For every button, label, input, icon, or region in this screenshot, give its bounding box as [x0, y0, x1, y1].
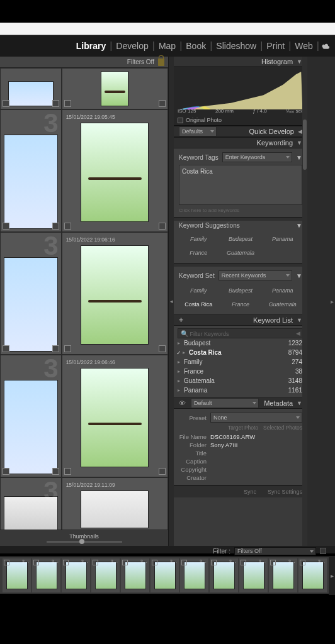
module-slideshow[interactable]: Slideshow: [214, 41, 258, 51]
pick-flag-icon[interactable]: [3, 100, 9, 107]
metadata-value-filename[interactable]: DSC08169.ARW: [210, 433, 302, 440]
selected-photos-button[interactable]: Selected Photos: [263, 425, 302, 431]
keyword-set-item[interactable]: France: [221, 298, 261, 311]
filmstrip-cell[interactable]: [32, 558, 60, 592]
cell-badge-icon[interactable]: [159, 468, 166, 475]
pick-flag-icon[interactable]: [64, 345, 71, 352]
module-print[interactable]: Print: [264, 41, 287, 51]
grid-cell[interactable]: 3: [0, 477, 62, 530]
cell-badge-icon[interactable]: [52, 345, 59, 352]
keyword-list-item[interactable]: ▸Family274: [178, 357, 304, 367]
filmstrip-scroll-right[interactable]: ▸: [329, 556, 335, 595]
collapse-icon[interactable]: ▼: [296, 154, 302, 161]
cloud-sync-icon[interactable]: [321, 42, 330, 50]
sync-button[interactable]: Sync: [244, 489, 256, 495]
filter-toggle-switch[interactable]: [320, 548, 326, 554]
grid-cell[interactable]: 15/01/2022 19:11:09: [62, 477, 168, 530]
grid-scroll[interactable]: 3 15/01/2022 19:05:45 3: [0, 68, 168, 530]
keyword-suggestion[interactable]: Budapest: [221, 233, 261, 245]
pick-flag-icon[interactable]: [64, 468, 71, 475]
keyword-set-item[interactable]: Guatemala: [263, 298, 302, 311]
grid-cell[interactable]: 3: [0, 355, 62, 477]
thumbnail-size-slider[interactable]: [47, 541, 122, 543]
keyword-set-item[interactable]: Panama: [263, 284, 302, 297]
keyword-suggestion[interactable]: Guatemala: [221, 247, 261, 259]
cell-badge-icon[interactable]: [52, 223, 59, 230]
keyword-tags-input[interactable]: Costa Rica: [179, 165, 302, 205]
grid-cell[interactable]: 3: [0, 109, 62, 232]
sync-settings-button[interactable]: Sync Settings: [268, 489, 302, 495]
eye-icon[interactable]: 👁: [179, 399, 186, 407]
keyword-list-item[interactable]: ▸Budapest1232: [178, 338, 304, 348]
filter-preset-select[interactable]: Filters Off: [234, 547, 316, 555]
pick-flag-icon[interactable]: [3, 223, 9, 230]
keyword-suggestion[interactable]: France: [179, 247, 219, 259]
grid-cell[interactable]: [62, 68, 168, 109]
keyword-list-item[interactable]: ▸Costa Rica8794: [178, 348, 304, 357]
keyword-list-header[interactable]: + Keyword List ▼: [174, 314, 307, 326]
collapse-icon[interactable]: ▼: [296, 272, 302, 279]
filmstrip-cell[interactable]: [210, 558, 238, 592]
right-panel-expander[interactable]: ▸: [329, 57, 335, 546]
keyword-add-hint[interactable]: Click here to add keywords: [179, 208, 302, 213]
cell-badge-icon[interactable]: [52, 468, 59, 475]
add-keyword-icon[interactable]: +: [179, 316, 183, 325]
keyword-suggestion[interactable]: [263, 247, 302, 259]
pick-flag-icon[interactable]: [3, 468, 9, 475]
keyword-list-item[interactable]: ▸Panama1161: [178, 386, 304, 395]
keyword-tags-mode-select[interactable]: Enter Keywords: [222, 152, 292, 162]
module-develop[interactable]: Develop: [114, 41, 150, 51]
quick-develop-preset-select[interactable]: Defaults: [179, 126, 217, 136]
keyword-list-item[interactable]: ▸Guatemala3148: [178, 376, 304, 386]
original-photo-checkbox[interactable]: [178, 118, 183, 123]
module-map[interactable]: Map: [157, 41, 178, 51]
panel-collapse-handle[interactable]: ◂: [169, 57, 174, 546]
cell-badge-icon[interactable]: [52, 100, 59, 107]
filmstrip-cell[interactable]: [121, 558, 149, 592]
histogram-header[interactable]: Histogram ▼: [174, 57, 307, 67]
keyword-set-select[interactable]: Recent Keywords: [219, 270, 292, 280]
histogram-panel[interactable]: ISO 125 200 mm ƒ / 4.0 ¹⁄₅₀₀ sec Origina…: [174, 67, 307, 126]
filmstrip-cell[interactable]: [3, 558, 31, 592]
keyword-suggestion[interactable]: Family: [179, 233, 219, 245]
keyword-set-item[interactable]: Budapest: [221, 284, 261, 297]
quick-develop-header[interactable]: Defaults Quick Develop ◀: [174, 126, 307, 137]
module-book[interactable]: Book: [184, 41, 208, 51]
collapse-icon[interactable]: ▼: [296, 222, 302, 229]
cell-badge-icon[interactable]: [159, 100, 166, 107]
keyword-set-item[interactable]: Costa Rica: [179, 298, 219, 311]
grid-cell[interactable]: 15/01/2022 19:06:46: [62, 355, 168, 477]
grid-cell[interactable]: 15/01/2022 19:06:16: [62, 232, 168, 355]
pick-flag-icon[interactable]: [3, 345, 9, 352]
metadata-value-folder[interactable]: Sony A7III: [210, 441, 302, 448]
grid-cell[interactable]: 15/01/2022 19:05:45: [62, 109, 168, 232]
target-photo-button[interactable]: Target Photo: [228, 425, 258, 431]
filmstrip-cell[interactable]: [298, 558, 327, 592]
module-web[interactable]: Web: [293, 41, 315, 51]
keyword-set-item[interactable]: Family: [179, 284, 219, 297]
grid-cell[interactable]: 3: [0, 232, 62, 355]
pick-flag-icon[interactable]: [64, 100, 71, 107]
filmstrip-cell[interactable]: [180, 558, 208, 592]
filmstrip-cell[interactable]: [239, 558, 268, 592]
cell-badge-icon[interactable]: [159, 223, 166, 230]
right-panel-scrollbar[interactable]: [302, 57, 307, 546]
filmstrip[interactable]: [0, 556, 335, 595]
keyword-list-search[interactable]: 🔍 Filter Keywords ◀: [178, 328, 304, 338]
filmstrip-cell[interactable]: [62, 558, 90, 592]
filmstrip-cell[interactable]: [269, 558, 297, 592]
keywording-header[interactable]: Keywording ▼: [174, 137, 307, 148]
filmstrip-cell[interactable]: [91, 558, 120, 592]
metadata-preset-select[interactable]: None: [210, 413, 302, 423]
keyword-suggestion[interactable]: Panama: [263, 233, 302, 245]
grid-cell[interactable]: [0, 68, 62, 109]
filter-lock-icon[interactable]: [158, 58, 164, 66]
grid-filters-off-label[interactable]: Filters Off: [127, 58, 154, 65]
pick-flag-icon[interactable]: [64, 223, 71, 230]
keyword-list-item[interactable]: ▸France38: [178, 367, 304, 376]
metadata-header[interactable]: 👁 Default Metadata ▼: [174, 397, 307, 409]
clear-icon[interactable]: ◀: [296, 330, 300, 336]
metadata-view-select[interactable]: Default: [191, 398, 259, 408]
filmstrip-cell[interactable]: [150, 558, 179, 592]
cell-badge-icon[interactable]: [159, 345, 166, 352]
